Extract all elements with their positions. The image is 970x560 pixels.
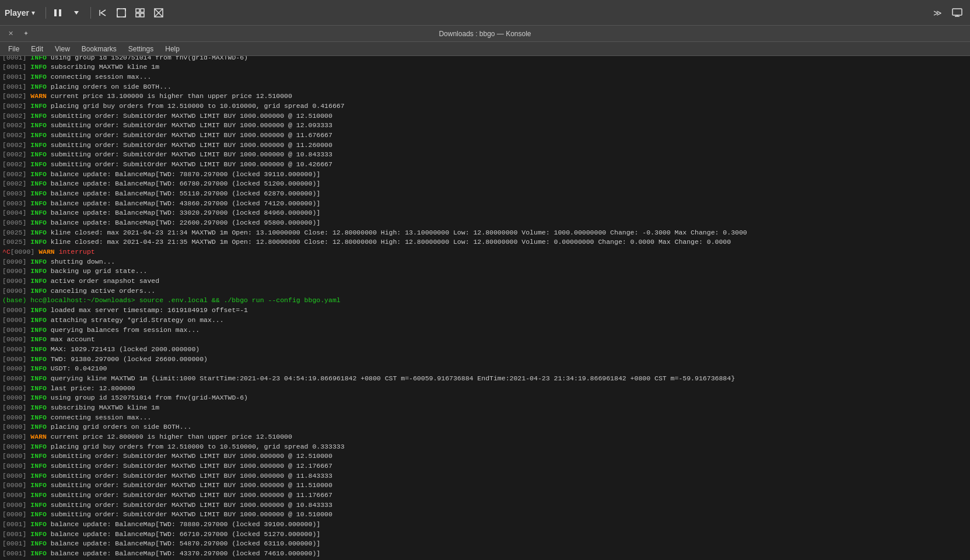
terminal-line: (base) hcc@localhost:~/Downloads> source… [2,296,968,306]
terminal-line: [0090] INFO active order snapshot saved [2,276,968,286]
menu-edit[interactable]: Edit [25,42,49,56]
terminal-line: [0001] INFO balance update: BalanceMap[T… [2,539,968,549]
more-button[interactable]: ≫ [929,5,946,21]
menu-file[interactable]: File [2,42,25,56]
window-title: Downloads : bbgo — Konsole [439,30,531,38]
svg-marker-2 [74,11,79,15]
terminal-line: [0025] INFO kline closed: max 2021-04-23… [2,228,968,238]
terminal-line: [0000] INFO querying kline MAXTWD 1m {Li… [2,374,968,384]
terminal-line: [0002] INFO submitting order: SubmitOrde… [2,141,968,150]
svg-rect-1 [59,9,61,16]
toolbar-separator-2 [90,7,91,19]
toolbar-separator-1 [45,7,46,19]
terminal-line: [0000] INFO loaded max server timestamp:… [2,306,968,316]
terminal-line: [0003] INFO balance update: BalanceMap[T… [2,189,968,199]
pause-dropdown-button[interactable] [68,5,85,21]
terminal-line: [0090] INFO backing up grid state... [2,267,968,276]
monitor-button[interactable] [949,5,965,21]
svg-rect-5 [136,9,139,12]
terminal-line: [0003] INFO balance update: BalanceMap[T… [2,199,968,209]
terminal-line: [0004] INFO balance update: BalanceMap[T… [2,208,968,218]
player-label: Player [5,8,29,18]
menu-view[interactable]: View [49,42,76,56]
svg-rect-6 [141,9,144,12]
terminal-line: [0000] INFO last price: 12.800000 [2,384,968,394]
terminal-line: [0000] INFO submitting order: SubmitOrde… [2,481,968,491]
terminal-line: ^C[0090] WARN interrupt [2,247,968,257]
toolbar: Player ▾ [0,0,970,26]
terminal-line: [0002] INFO balance update: BalanceMap[T… [2,170,968,180]
terminal-line: [0000] INFO attaching strategy *grid.Str… [2,316,968,326]
svg-rect-8 [141,13,144,17]
titlebar-icons: ✕ ✦ [5,28,31,40]
terminal-line: [0005] INFO balance update: BalanceMap[T… [2,218,968,228]
terminal-line: [0002] INFO balance update: BalanceMap[T… [2,179,968,189]
menubar: File Edit View Bookmarks Settings Help [0,42,970,56]
terminal-line: [0025] INFO kline closed: max 2021-04-23… [2,237,968,247]
terminal-line: [0000] INFO submitting order: SubmitOrde… [2,452,968,461]
svg-rect-12 [953,9,962,15]
terminal-line: [0090] INFO canceling active orders... [2,286,968,296]
terminal-line: [0001] INFO placing orders on side BOTH.… [2,82,968,92]
terminal-line: [0000] INFO querying balances from sessi… [2,326,968,335]
terminal[interactable]: [0001] INFO USDT: 0.042100[0001] INFO TW… [0,56,970,560]
grid-button[interactable] [132,5,148,21]
svg-rect-7 [136,13,139,17]
fit-button[interactable] [113,5,129,21]
terminal-line: [0000] INFO MAX: 1029.721413 (locked 200… [2,345,968,355]
terminal-line: [0002] INFO submitting order: SubmitOrde… [2,121,968,131]
cross-button[interactable] [150,5,167,21]
terminal-line: [0002] INFO submitting order: SubmitOrde… [2,131,968,141]
terminal-line: [0002] INFO submitting order: SubmitOrde… [2,160,968,170]
terminal-line: [0001] INFO balance update: BalanceMap[T… [2,520,968,530]
menu-bookmarks[interactable]: Bookmarks [76,42,122,56]
menu-help[interactable]: Help [159,42,185,56]
terminal-line: [0000] INFO submitting order: SubmitOrde… [2,501,968,510]
terminal-line: [0000] INFO using group id 1520751014 fr… [2,393,968,403]
terminal-line: [0001] INFO balance update: BalanceMap[T… [2,530,968,540]
terminal-line: [0000] INFO subscribing MAXTWD kline 1m [2,403,968,413]
terminal-line: [0000] INFO max account [2,335,968,345]
terminal-line: [0001] INFO connecting session max... [2,72,968,82]
terminal-line: [0000] INFO submitting order: SubmitOrde… [2,491,968,501]
terminal-line: [0001] INFO using group id 1520751014 fr… [2,56,968,62]
terminal-line: [0002] WARN current price 13.100000 is h… [2,92,968,102]
terminal-line: [0000] INFO connecting session max... [2,413,968,423]
terminal-line: [0000] INFO placing grid buy orders from… [2,442,968,452]
svg-rect-0 [54,9,57,16]
pause-button[interactable] [50,5,66,21]
terminal-line: [0000] INFO submitting order: SubmitOrde… [2,461,968,471]
terminal-line: [0002] INFO placing grid buy orders from… [2,102,968,111]
terminal-line: [0000] INFO submitting order: SubmitOrde… [2,510,968,520]
titlebar: ✕ ✦ Downloads : bbgo — Konsole [0,26,970,42]
prev-button[interactable] [94,5,111,21]
terminal-line: [0002] INFO submitting order: SubmitOrde… [2,111,968,121]
terminal-line: [0090] INFO shutting down... [2,257,968,267]
terminal-line: [0002] INFO submitting order: SubmitOrde… [2,150,968,160]
menu-settings[interactable]: Settings [122,42,159,56]
titlebar-icon-2[interactable]: ✦ [20,28,31,40]
player-dropdown-icon[interactable]: ▾ [31,9,35,17]
terminal-line: [0000] INFO placing grid orders on side … [2,422,968,432]
toolbar-right: ≫ [929,5,965,21]
terminal-line: [0000] INFO TWD: 91380.297000 (locked 26… [2,355,968,365]
terminal-line: [0000] WARN current price 12.800000 is h… [2,432,968,442]
terminal-line: [0001] INFO subscribing MAXTWD kline 1m [2,62,968,72]
terminal-line: [0000] INFO USDT: 0.042100 [2,364,968,374]
terminal-line: [0001] INFO balance update: BalanceMap[T… [2,549,968,559]
terminal-line: [0000] INFO submitting order: SubmitOrde… [2,471,968,481]
svg-rect-4 [117,9,125,17]
titlebar-icon-1[interactable]: ✕ [5,28,16,40]
